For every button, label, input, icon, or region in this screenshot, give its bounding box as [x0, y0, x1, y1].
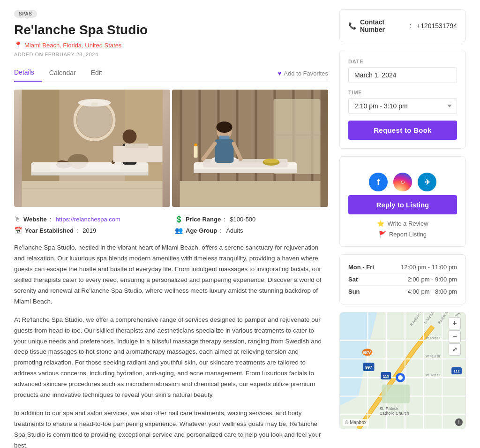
description-1: Re'lanche Spa Studio, nestled in the vib…	[14, 243, 328, 307]
year-value: 2019	[82, 227, 96, 234]
page-title: Re'lanche Spa Studio	[14, 23, 328, 38]
telegram-button[interactable]: ✈	[418, 173, 436, 191]
telegram-icon: ✈	[424, 178, 430, 187]
location-text: Miami Beach, Florida, United States	[24, 42, 121, 49]
meta-website: 🖱 Website: https://relanchespa.com	[14, 215, 167, 223]
svg-point-5	[77, 102, 112, 138]
svg-rect-32	[274, 134, 321, 136]
svg-rect-34	[194, 169, 297, 173]
people-icon: 👥	[175, 227, 183, 234]
map-zoom-in[interactable]: +	[449, 317, 461, 329]
book-button[interactable]: Request to Book	[348, 121, 457, 140]
time-select[interactable]: 2:10 pm - 3:10 pm 3:10 pm - 4:10 pm 4:10…	[348, 98, 457, 114]
svg-text:W 37th St: W 37th St	[426, 373, 441, 377]
svg-text:997A: 997A	[363, 350, 372, 355]
booking-card: DATE TIME 2:10 pm - 3:10 pm 3:10 pm - 4:…	[339, 50, 466, 149]
meta-price: 💲 Price Range: $100-500	[175, 215, 328, 223]
date-added: ADDED ON FEBRUARY 28, 2024	[14, 52, 328, 57]
tab-calendar[interactable]: Calendar	[42, 65, 83, 81]
map-zoom-out[interactable]: −	[449, 330, 461, 342]
add-favorites-label: Add to Favorites	[284, 70, 328, 77]
svg-point-69	[398, 375, 403, 380]
map-controls: + − ⤢	[449, 317, 461, 356]
mapbox-attribution: © Mapbox	[343, 419, 369, 426]
add-favorites-btn[interactable]: ♥ Add to Favorites	[278, 70, 328, 77]
map-fullscreen[interactable]: ⤢	[449, 343, 461, 356]
photo-massage	[14, 90, 170, 207]
hours-card: Mon - Fri 12:00 pm - 11:00 pm Sat 2:00 p…	[339, 254, 466, 304]
instagram-icon: ○	[400, 178, 405, 186]
svg-text:St. Patrick: St. Patrick	[379, 406, 398, 411]
write-review-label: Write a Review	[387, 220, 428, 227]
heart-icon: ♥	[278, 70, 282, 77]
svg-rect-47	[180, 181, 321, 207]
tab-bar: Details Calendar Edit ♥ Add to Favorites	[14, 65, 328, 82]
age-value: Adults	[226, 227, 243, 234]
svg-rect-11	[50, 162, 120, 172]
svg-rect-17	[22, 188, 163, 189]
location-icon: 📍	[14, 41, 22, 49]
svg-rect-18	[113, 146, 163, 162]
svg-text:W 45th St: W 45th St	[426, 336, 441, 340]
location-row: 📍 Miami Beach, Florida, United States	[14, 41, 328, 49]
tab-details[interactable]: Details	[14, 65, 42, 82]
price-icon: 💲	[175, 215, 183, 223]
date-label: DATE	[348, 59, 457, 64]
photo-treatment	[172, 90, 328, 207]
svg-rect-67	[382, 385, 410, 403]
date-input[interactable]	[348, 67, 457, 83]
svg-point-46	[195, 144, 197, 146]
meta-age: 👥 Age Group: Adults	[175, 227, 328, 234]
star-icon: ⭐	[377, 220, 384, 227]
svg-rect-16	[22, 181, 163, 207]
svg-rect-9	[31, 172, 149, 175]
facebook-button[interactable]: f	[369, 173, 388, 191]
map-container: 997 115 997A 112 St. Patrick	[339, 312, 466, 429]
contact-number: +1201531794	[417, 22, 457, 30]
meta-year: 📅 Year Established: 2019	[14, 227, 167, 234]
write-review-link[interactable]: ⭐ Write a Review	[377, 220, 428, 227]
meta-grid: 🖱 Website: https://relanchespa.com 💲 Pri…	[14, 215, 328, 234]
action-links: ⭐ Write a Review 🚩 Report Listing	[348, 220, 457, 238]
cursor-icon: 🖱	[14, 215, 21, 223]
svg-point-12	[123, 129, 137, 144]
hours-sun: Sun 4:00 pm - 8:00 pm	[348, 286, 457, 297]
calendar-icon: 📅	[14, 227, 22, 234]
report-listing-link[interactable]: 🚩 Report Listing	[379, 231, 427, 238]
svg-point-38	[264, 159, 279, 163]
price-value: $100-500	[230, 216, 255, 223]
svg-rect-7	[91, 103, 98, 106]
svg-text:997: 997	[365, 365, 372, 370]
svg-text:115: 115	[383, 374, 390, 379]
description-2: At Re'lanche Spa Studio, we offer a comp…	[14, 315, 328, 401]
sidebar: 📞 Contact Number: +1201531794 DATE TIME …	[339, 9, 466, 448]
hours-mon-fri: Mon - Fri 12:00 pm - 11:00 pm	[348, 261, 457, 273]
instagram-button[interactable]: ○	[393, 173, 412, 191]
social-card: f ○ ✈ Reply to Listing ⭐ Write a Review	[339, 156, 466, 247]
svg-point-41	[217, 121, 232, 133]
reply-listing-button[interactable]: Reply to Listing	[348, 195, 457, 214]
contact-card: 📞 Contact Number: +1201531794	[339, 9, 466, 42]
main-content: SPAS Re'lanche Spa Studio 📍 Miami Beach,…	[14, 9, 328, 448]
hours-sat: Sat 2:00 pm - 9:00 pm	[348, 273, 457, 286]
report-listing-label: Report Listing	[389, 231, 427, 238]
category-tag: SPAS	[14, 10, 37, 18]
svg-rect-19	[125, 144, 149, 148]
contact-row: 📞 Contact Number: +1201531794	[348, 18, 457, 33]
tab-edit[interactable]: Edit	[83, 65, 110, 81]
svg-text:Catholic Church: Catholic Church	[379, 411, 409, 416]
facebook-icon: f	[377, 177, 380, 187]
svg-rect-45	[194, 146, 198, 158]
description-3: In addition to our spa and salon service…	[14, 408, 328, 448]
flag-icon: 🚩	[379, 231, 386, 238]
svg-text:112: 112	[453, 369, 460, 373]
phone-icon: 📞	[348, 22, 356, 30]
website-link[interactable]: https://relanchespa.com	[56, 216, 120, 223]
time-label: TIME	[348, 90, 457, 95]
svg-rect-42	[215, 139, 234, 163]
social-row: f ○ ✈	[348, 165, 457, 195]
map-info-button[interactable]: i	[455, 418, 463, 426]
svg-text:W 41st St: W 41st St	[426, 355, 440, 358]
photos-row	[14, 90, 328, 207]
